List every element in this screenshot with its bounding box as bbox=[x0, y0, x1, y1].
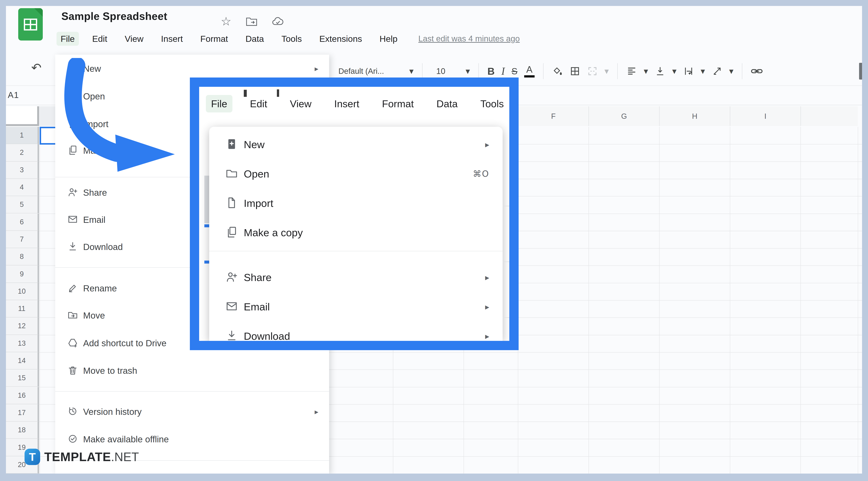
merge-cells-icon[interactable] bbox=[587, 66, 598, 76]
menu-separator bbox=[209, 251, 503, 251]
row-header-8[interactable]: 8 bbox=[6, 248, 39, 265]
person-add-icon bbox=[67, 187, 78, 198]
font-family-select[interactable]: Default (Ari... bbox=[338, 67, 403, 76]
offline-check-icon bbox=[67, 434, 78, 445]
move-to-folder-icon[interactable] bbox=[246, 17, 257, 26]
font-size-caret-icon[interactable]: ▼ bbox=[466, 68, 470, 74]
trash-icon bbox=[67, 365, 78, 376]
text-rotation-icon[interactable] bbox=[712, 66, 722, 76]
text-wrapping-caret-icon[interactable]: ▼ bbox=[701, 68, 705, 74]
menubar-item-extensions[interactable]: Extensions bbox=[315, 32, 366, 46]
inset-menubar-item-edit[interactable]: Edit bbox=[245, 95, 272, 113]
insert-link-icon[interactable] bbox=[751, 67, 763, 75]
inset-file-menu-item-email[interactable]: Email▸ bbox=[209, 293, 503, 321]
inset-menubar-item-insert[interactable]: Insert bbox=[329, 95, 365, 113]
inset-file-menu-item-import[interactable]: Import bbox=[209, 189, 503, 217]
row-header-2[interactable]: 2 bbox=[6, 144, 39, 161]
inset-menubar-item-format[interactable]: Format bbox=[377, 95, 419, 113]
row-header-17[interactable]: 17 bbox=[6, 404, 39, 421]
submenu-arrow-icon: ▸ bbox=[315, 407, 318, 416]
menubar-item-data[interactable]: Data bbox=[241, 32, 268, 46]
row-header-7[interactable]: 7 bbox=[6, 231, 39, 248]
row-header-9[interactable]: 9 bbox=[6, 265, 39, 283]
magnified-inset: FileEditViewInsertFormatDataTools New▸Op… bbox=[190, 77, 519, 350]
mail-icon bbox=[67, 214, 78, 225]
row-header-6[interactable]: 6 bbox=[6, 214, 39, 231]
row-header-3[interactable]: 3 bbox=[6, 161, 39, 179]
row-header-1[interactable]: 1 bbox=[6, 127, 39, 144]
column-header-g[interactable]: G bbox=[589, 106, 659, 126]
inset-file-menu-item-download[interactable]: Download▸ bbox=[209, 322, 503, 341]
horizontal-align-caret-icon[interactable]: ▼ bbox=[644, 68, 648, 74]
grid-line-fragment bbox=[503, 317, 509, 318]
inset-file-menu-item-share[interactable]: Share▸ bbox=[209, 263, 503, 291]
font-family-caret-icon[interactable]: ▼ bbox=[409, 68, 413, 74]
grid-line-fragment bbox=[503, 261, 509, 262]
bold-button[interactable]: B bbox=[487, 65, 495, 77]
row-header-11[interactable]: 11 bbox=[6, 300, 39, 317]
menubar-item-file[interactable]: File bbox=[57, 32, 79, 46]
column-header-partial[interactable] bbox=[801, 106, 858, 126]
file-menu-item-make-available-offline[interactable]: Make available offline bbox=[55, 427, 329, 451]
horizontal-align-icon[interactable] bbox=[626, 66, 637, 76]
inset-file-menu-item-open[interactable]: Open⌘O bbox=[209, 160, 503, 188]
cloud-saved-icon[interactable] bbox=[272, 17, 284, 26]
inset-menubar-item-file[interactable]: File bbox=[206, 95, 232, 113]
inset-menubar-item-data[interactable]: Data bbox=[431, 95, 463, 113]
mail-icon bbox=[225, 300, 238, 313]
merge-caret-icon[interactable]: ▼ bbox=[604, 68, 609, 74]
row-header-4[interactable]: 4 bbox=[6, 179, 39, 196]
history-icon bbox=[67, 406, 78, 417]
select-all-corner[interactable] bbox=[6, 106, 39, 126]
submenu-arrow-icon: ▸ bbox=[485, 272, 489, 282]
file-icon bbox=[225, 197, 238, 210]
star-icon[interactable]: ☆ bbox=[221, 14, 231, 28]
inset-menu-bar: FileEditViewInsertFormatDataTools bbox=[206, 95, 509, 113]
inset-menubar-item-view[interactable]: View bbox=[285, 95, 317, 113]
fill-color-icon[interactable] bbox=[552, 66, 563, 76]
column-header-h[interactable]: H bbox=[659, 106, 730, 126]
submenu-arrow-icon: ▸ bbox=[315, 64, 318, 73]
file-menu-item-move-to-trash[interactable]: Move to trash bbox=[55, 358, 329, 383]
column-header-i[interactable]: I bbox=[730, 106, 801, 126]
font-size-select[interactable]: 10 bbox=[431, 67, 459, 76]
row-header-12[interactable]: 12 bbox=[6, 317, 39, 335]
column-header-f[interactable]: F bbox=[518, 106, 589, 126]
download-icon bbox=[67, 241, 78, 252]
menubar-item-insert[interactable]: Insert bbox=[157, 32, 187, 46]
inset-file-menu-item-make-a-copy[interactable]: Make a copy bbox=[209, 219, 503, 247]
menubar-item-edit[interactable]: Edit bbox=[88, 32, 112, 46]
folder-move-icon bbox=[67, 310, 78, 321]
menubar-item-tools[interactable]: Tools bbox=[277, 32, 306, 46]
menu-bar: FileEditViewInsertFormatDataToolsExtensi… bbox=[6, 30, 862, 47]
row-header-13[interactable]: 13 bbox=[6, 335, 39, 352]
row-header-14[interactable]: 14 bbox=[6, 352, 39, 370]
pencil-icon bbox=[67, 283, 78, 294]
row-header-10[interactable]: 10 bbox=[6, 283, 39, 300]
menubar-item-view[interactable]: View bbox=[121, 32, 148, 46]
document-title[interactable]: Sample Spreadsheet bbox=[61, 10, 167, 22]
toolbar-divider bbox=[742, 63, 742, 79]
text-color-button[interactable]: A bbox=[524, 65, 535, 77]
menubar-item-format[interactable]: Format bbox=[196, 32, 232, 46]
name-box[interactable]: A1 bbox=[8, 90, 19, 100]
undo-icon[interactable]: ↶ bbox=[31, 61, 41, 75]
last-edit-status[interactable]: Last edit was 4 minutes ago bbox=[418, 34, 520, 43]
inset-file-menu-item-new[interactable]: New▸ bbox=[209, 130, 503, 158]
row-header-18[interactable]: 18 bbox=[6, 421, 39, 439]
text-wrapping-icon[interactable] bbox=[683, 66, 694, 76]
inset-menubar-item-tools[interactable]: Tools bbox=[475, 95, 509, 113]
text-rotation-caret-icon[interactable]: ▼ bbox=[729, 68, 733, 74]
strikethrough-button[interactable]: S bbox=[512, 66, 518, 76]
borders-icon[interactable] bbox=[569, 66, 580, 76]
vertical-align-icon[interactable] bbox=[655, 66, 665, 76]
row-header-15[interactable]: 15 bbox=[6, 370, 39, 387]
menu-separator bbox=[55, 391, 329, 392]
italic-button[interactable]: I bbox=[501, 65, 505, 77]
file-menu-item-version-history[interactable]: Version history▸ bbox=[55, 399, 329, 424]
row-header-5[interactable]: 5 bbox=[6, 196, 39, 213]
menubar-item-help[interactable]: Help bbox=[375, 32, 402, 46]
logo-grid bbox=[24, 19, 37, 30]
row-header-16[interactable]: 16 bbox=[6, 387, 39, 404]
vertical-align-caret-icon[interactable]: ▼ bbox=[672, 68, 677, 74]
